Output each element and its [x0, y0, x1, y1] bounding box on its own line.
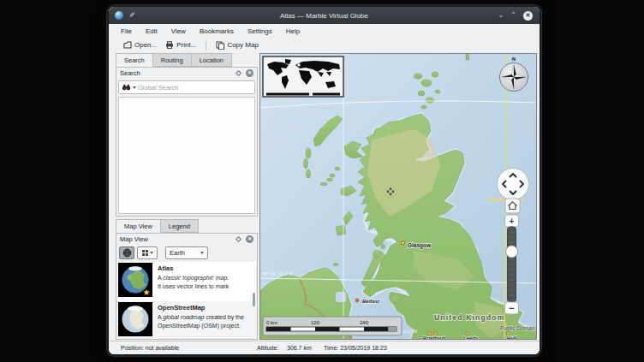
left-panel: Search Routing Location Search ✕: [116, 53, 258, 340]
theme-item-atlas[interactable]: ★ Atlas A classic topographic map. It us…: [117, 262, 256, 301]
titlebar[interactable]: Atlas — Marble Virtual Globe ✎ ⌄ ⌃ ✕: [109, 7, 540, 24]
theme-description: OpenStreetMap (OSM) project.: [158, 323, 256, 329]
tab-routing[interactable]: Routing: [153, 53, 192, 67]
binoculars-icon: [122, 84, 131, 91]
toolbar-separator: [206, 40, 206, 50]
map-view-toolbar: Earth: [116, 245, 257, 261]
latitude-label: 55° 00' 00.0"N: [262, 271, 292, 276]
close-button[interactable]: ✕: [523, 11, 533, 21]
isle-arran: [373, 251, 381, 258]
home-button[interactable]: [505, 199, 520, 213]
bottom-tabbar: Map View Legend: [116, 219, 258, 233]
city-label-belfast: Belfast: [362, 299, 380, 304]
tab-map-view[interactable]: Map View: [116, 219, 161, 233]
maximize-button[interactable]: ⌃: [510, 11, 516, 20]
menu-view[interactable]: View: [171, 27, 186, 35]
city-label-bradford: Bradford: [423, 335, 445, 340]
float-panel-icon[interactable]: [236, 70, 242, 76]
theme-list-scrollbar[interactable]: [253, 293, 255, 306]
menu-bookmarks[interactable]: Bookmarks: [200, 27, 234, 35]
svg-text:−: −: [509, 303, 514, 313]
search-input[interactable]: [138, 84, 252, 92]
globe-icon: [122, 248, 132, 258]
search-results-list[interactable]: [118, 97, 255, 214]
open-button[interactable]: Open...: [119, 39, 161, 51]
menu-settings[interactable]: Settings: [247, 27, 272, 35]
copy-map-button[interactable]: Copy Map: [212, 39, 262, 51]
map-canvas[interactable]: 55° 00' 00.0"N Prime Meridian Glasgow Be…: [259, 53, 537, 340]
folder-icon: [123, 41, 132, 49]
print-button[interactable]: Print...: [161, 39, 200, 51]
overview-map[interactable]: [263, 56, 343, 97]
close-panel-icon[interactable]: ✕: [246, 69, 253, 77]
scale-end-label: 240: [360, 320, 369, 325]
window-title: Atlas — Marble Virtual Globe: [109, 12, 540, 20]
celestial-body-select[interactable]: Earth: [165, 246, 208, 259]
status-position: Position: not available: [121, 345, 179, 351]
theme-view-mode-button[interactable]: [137, 246, 158, 259]
scale-bar: 0 km 120 240: [263, 317, 402, 335]
marble-globe-icon: [115, 11, 123, 20]
map-view-panel: Map View ✕: [116, 233, 258, 340]
theme-description: A global roadmap created by the: [158, 314, 256, 320]
map-theme-list[interactable]: ★ Atlas A classic topographic map. It us…: [117, 262, 256, 338]
globe-projection-button[interactable]: [119, 246, 134, 259]
status-altitude-value: 306.7 km: [287, 345, 312, 351]
search-panel: Search ✕: [116, 67, 258, 217]
compass-north-label: N: [512, 56, 516, 62]
pan-control[interactable]: [498, 169, 529, 200]
search-options-caret[interactable]: [133, 86, 136, 89]
grid-icon: [142, 250, 148, 256]
marble-window: Atlas — Marble Virtual Globe ✎ ⌄ ⌃ ✕ Fil…: [109, 7, 540, 354]
theme-item-openstreetmap[interactable]: OpenStreetMap A global roadmap created b…: [117, 301, 256, 338]
copy-icon: [216, 41, 224, 50]
menu-edit[interactable]: Edit: [146, 27, 158, 35]
attribution-label: Public Domain: [500, 325, 536, 331]
search-panel-title: Search: [120, 69, 140, 77]
map-view-panel-title: Map View: [120, 235, 148, 243]
tab-search[interactable]: Search: [116, 53, 153, 67]
menu-help[interactable]: Help: [286, 27, 300, 35]
theme-name: OpenStreetMap: [158, 304, 256, 312]
top-tabbar: Search Routing Location: [116, 53, 258, 67]
menu-file[interactable]: File: [121, 27, 132, 35]
theme-description: A classic topographic map.: [158, 275, 256, 281]
menubar: File Edit View Bookmarks Settings Help: [109, 24, 540, 38]
svg-text:+: +: [510, 217, 515, 226]
close-panel-icon[interactable]: ✕: [246, 235, 253, 243]
scale-mid-label: 120: [311, 320, 320, 325]
osm-thumbnail: [118, 302, 152, 336]
global-search-box[interactable]: [118, 80, 255, 94]
longitude-label: 0.0°W: [403, 329, 418, 334]
city-label-hull: Hull: [507, 335, 517, 340]
pin-icon: ✎: [128, 12, 134, 19]
lough-neagh: [336, 292, 346, 302]
tab-legend[interactable]: Legend: [161, 219, 199, 233]
favorite-star-icon: ★: [143, 288, 151, 297]
scale-start-label: 0 km: [266, 320, 277, 325]
country-label: United Kingdom: [434, 313, 504, 322]
zoom-slider-handle[interactable]: [506, 246, 518, 258]
printer-icon: [165, 41, 174, 49]
current-view-indicator: [297, 63, 300, 66]
status-altitude-label: Altitude:: [257, 345, 278, 351]
float-panel-icon[interactable]: [236, 236, 242, 242]
tab-location[interactable]: Location: [192, 53, 232, 67]
city-label-glasgow: Glasgow: [408, 242, 432, 249]
chevron-down-icon: [150, 252, 153, 254]
statusbar: Position: not available Altitude: 306.7 …: [109, 341, 540, 354]
glasgow-marker[interactable]: [402, 241, 405, 245]
belfast-marker[interactable]: [355, 299, 359, 302]
theme-description: It uses vector lines to mark: [158, 283, 256, 289]
chevron-down-icon: [200, 252, 204, 254]
theme-name: Atlas: [158, 264, 256, 272]
main-toolbar: Open... Print... Copy Map: [109, 38, 540, 52]
minimize-button[interactable]: ⌄: [498, 11, 504, 20]
atlas-thumbnail: ★: [118, 263, 152, 297]
status-time: Time: 23/05/2019 18:23: [324, 345, 387, 351]
city-label-leeds: Leeds: [463, 335, 479, 340]
